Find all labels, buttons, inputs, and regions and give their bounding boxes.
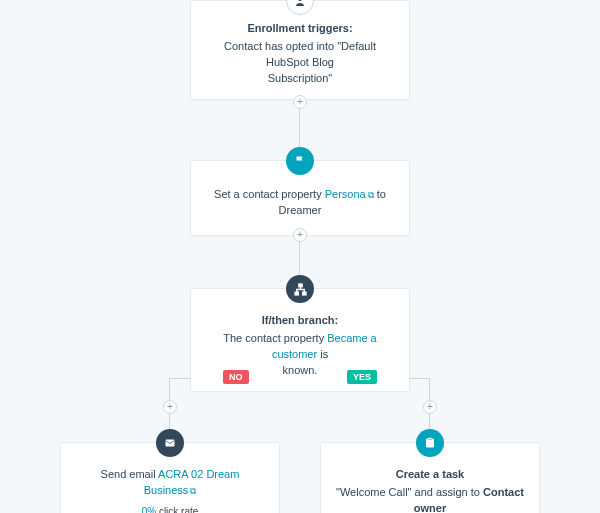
branch-text: The contact property Became a customer i… [205, 331, 395, 363]
svg-rect-5 [426, 439, 434, 448]
enrollment-text-1: Contact has opted into "Default HubSpot … [205, 39, 395, 71]
click-rate-link[interactable]: 0% [142, 506, 156, 513]
branch-no-label: NO [223, 370, 249, 384]
svg-point-0 [298, 0, 302, 1]
enrollment-card[interactable]: Enrollment triggers: Contact has opted i… [190, 0, 410, 100]
persona-link[interactable]: Persona [325, 188, 366, 200]
branch-title: If/then branch: [205, 313, 395, 329]
task-icon [416, 429, 444, 457]
send-email-card[interactable]: Send email ACRA 02 Dream Business⧉ 0% cl… [60, 442, 280, 513]
flag-icon [286, 147, 314, 175]
person-icon [286, 0, 314, 15]
add-node-1[interactable]: + [293, 95, 307, 109]
task-text: "Welcome Call" and assign to Contact own… [335, 485, 525, 513]
create-task-card[interactable]: Create a task "Welcome Call" and assign … [320, 442, 540, 513]
email-icon [156, 429, 184, 457]
svg-rect-3 [302, 292, 305, 295]
add-node-left[interactable]: + [163, 400, 177, 414]
svg-rect-4 [166, 440, 175, 447]
branch-icon [286, 275, 314, 303]
email-metric: 0% click rate [75, 505, 265, 513]
branch-yes-label: YES [347, 370, 377, 384]
external-link-icon: ⧉ [190, 486, 196, 496]
workflow-canvas: Enrollment triggers: Contact has opted i… [0, 0, 600, 513]
add-node-right[interactable]: + [423, 400, 437, 414]
svg-rect-6 [428, 438, 432, 440]
send-email-text: Send email ACRA 02 Dream Business⧉ [75, 467, 265, 499]
enrollment-text-2: Subscription" [205, 71, 395, 87]
svg-rect-1 [298, 284, 301, 287]
svg-rect-2 [295, 292, 298, 295]
set-property-text: Set a contact property Persona⧉ to Dream… [205, 187, 395, 219]
set-property-card[interactable]: Set a contact property Persona⧉ to Dream… [190, 160, 410, 236]
enrollment-title: Enrollment triggers: [205, 21, 395, 37]
add-node-2[interactable]: + [293, 228, 307, 242]
task-title: Create a task [335, 467, 525, 483]
